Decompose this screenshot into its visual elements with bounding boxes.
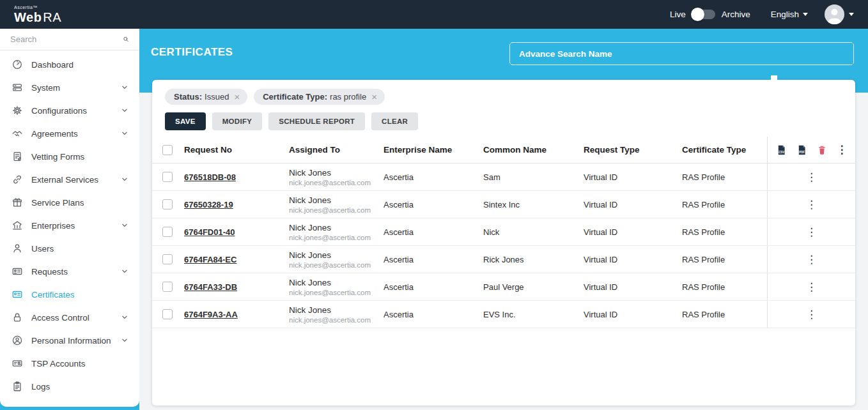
sidebar-item-icon — [12, 289, 23, 300]
request-no-link[interactable]: 67650328-19 — [184, 200, 233, 209]
sidebar-item-configurations[interactable]: Configurations — [0, 99, 139, 122]
header-checkbox-cell — [152, 145, 176, 155]
sidebar-item-service-plans[interactable]: Service Plans — [0, 191, 139, 214]
close-icon[interactable] — [371, 92, 377, 102]
brand-ascertia: Ascertia™ — [14, 5, 61, 10]
sidebar-item-label: Personal Information — [31, 336, 120, 345]
row-checkbox[interactable] — [162, 254, 173, 264]
common-name-cell: Nick — [476, 227, 576, 237]
table-row: 6764FA33-DB Nick Jones nick.jones@ascert… — [152, 273, 855, 301]
sidebar-item-system[interactable]: System — [0, 76, 139, 99]
filter-chips: Status: Issued Certificate Type: ras pro… — [152, 80, 855, 105]
export-pdf-icon[interactable]: PDF — [796, 144, 807, 156]
advance-search-input[interactable] — [509, 42, 854, 65]
user-menu[interactable] — [825, 4, 854, 24]
assigned-email: nick.jones@ascertia.com — [289, 289, 376, 296]
modify-button[interactable]: MODIFY — [212, 112, 263, 130]
sidebar-item-agreements[interactable]: Agreements — [0, 122, 139, 145]
request-no-link[interactable]: 6764FA33-DB — [184, 282, 237, 292]
language-label: English — [771, 10, 799, 19]
table-header: Request No Assigned To Enterprise Name C… — [152, 137, 855, 163]
sidebar-item-personal-information[interactable]: Personal Information — [0, 329, 139, 352]
request-type-cell: Virtual ID — [576, 227, 674, 237]
certificate-type-cell: RAS Profile — [674, 172, 767, 182]
save-button[interactable]: SAVE — [165, 112, 206, 130]
sidebar-item-requests[interactable]: Requests — [0, 260, 139, 283]
sidebar-item-icon — [12, 220, 23, 231]
row-checkbox[interactable] — [162, 282, 173, 292]
sidebar-menu: Dashboard System Configurations Agreemen… — [0, 50, 139, 398]
certificate-type-cell: RAS Profile — [674, 255, 767, 264]
row-checkbox[interactable] — [162, 199, 173, 209]
sidebar-item-certificates[interactable]: Certificates — [0, 283, 139, 306]
row-kebab-menu-icon[interactable] — [806, 308, 817, 321]
live-archive-toggle[interactable] — [692, 10, 715, 19]
filter-buttons: SAVE MODIFY SCHEDULE REPORT CLEAR — [152, 105, 855, 130]
export-csv-icon[interactable]: CSV — [776, 144, 787, 156]
filter-chip-status: Status: Issued — [165, 89, 247, 105]
common-name-cell: Paul Verge — [476, 282, 576, 292]
column-request-type: Request Type — [576, 145, 674, 155]
sidebar-item-external-services[interactable]: External Services — [0, 168, 139, 191]
chevron-down-icon — [120, 336, 129, 345]
svg-text:CSV: CSV — [779, 151, 784, 154]
sidebar-item-tsp-accounts[interactable]: TSP Accounts — [0, 352, 139, 375]
select-all-checkbox[interactable] — [162, 145, 173, 155]
chevron-down-icon — [120, 175, 129, 184]
table-row: 676518DB-08 Nick Jones nick.jones@ascert… — [152, 163, 855, 191]
assigned-to-cell: Nick Jones nick.jones@ascertia.com — [281, 305, 376, 324]
assigned-email: nick.jones@ascertia.com — [289, 179, 376, 186]
row-checkbox[interactable] — [162, 172, 173, 182]
sidebar-item-vetting-forms[interactable]: Vetting Forms — [0, 145, 139, 168]
schedule-report-button[interactable]: SCHEDULE REPORT — [268, 112, 365, 130]
user-icon — [825, 4, 844, 24]
row-checkbox-cell — [152, 254, 176, 264]
assigned-name: Nick Jones — [289, 305, 376, 315]
sidebar-item-enterprises[interactable]: Enterprises — [0, 214, 139, 237]
row-actions-cell — [767, 246, 855, 273]
language-dropdown[interactable]: English — [771, 10, 808, 19]
caret-down-icon — [803, 13, 808, 16]
request-no-link[interactable]: 676518DB-08 — [184, 172, 236, 182]
row-checkbox[interactable] — [162, 309, 173, 319]
sidebar-item-users[interactable]: Users — [0, 237, 139, 260]
request-type-cell: Virtual ID — [576, 200, 674, 209]
sidebar-item-icon — [12, 266, 23, 277]
chevron-down-icon — [120, 106, 129, 115]
row-actions-cell — [767, 301, 855, 328]
sidebar-item-logs[interactable]: Logs — [0, 375, 139, 398]
delete-icon[interactable] — [817, 144, 827, 156]
sidebar-item-dashboard[interactable]: Dashboard — [0, 53, 139, 76]
row-checkbox-cell — [152, 199, 176, 209]
search-input[interactable] — [10, 34, 123, 44]
sidebar-item-icon — [12, 197, 23, 208]
row-kebab-menu-icon[interactable] — [806, 198, 817, 211]
chevron-down-icon — [120, 221, 129, 230]
sidebar-item-access-control[interactable]: Access Control — [0, 306, 139, 329]
certificates-table: Request No Assigned To Enterprise Name C… — [152, 137, 855, 328]
clear-button[interactable]: CLEAR — [371, 112, 418, 130]
chip-value: ras profile — [330, 92, 366, 102]
close-icon[interactable] — [234, 92, 240, 102]
assigned-to-cell: Nick Jones nick.jones@ascertia.com — [281, 250, 376, 269]
avatar — [825, 4, 844, 24]
assigned-email: nick.jones@ascertia.com — [289, 261, 376, 269]
sidebar-item-label: External Services — [31, 175, 120, 185]
request-no-link[interactable]: 6764FA84-EC — [184, 255, 236, 264]
table-row: 6764F9A3-AA Nick Jones nick.jones@ascert… — [152, 301, 855, 328]
request-no-link[interactable]: 6764FD01-40 — [184, 227, 235, 237]
enterprise-name-cell: Ascertia — [376, 172, 476, 182]
page-title: CERTIFICATES — [151, 46, 233, 59]
row-checkbox[interactable] — [162, 227, 173, 237]
chevron-down-icon — [120, 129, 129, 138]
request-no-link[interactable]: 6764F9A3-AA — [184, 310, 238, 319]
row-kebab-menu-icon[interactable] — [806, 253, 817, 266]
row-kebab-menu-icon[interactable] — [806, 171, 817, 184]
table-kebab-menu-icon[interactable] — [837, 143, 848, 156]
request-type-cell: Virtual ID — [576, 255, 674, 264]
sidebar-item-label: Users — [31, 244, 120, 254]
row-kebab-menu-icon[interactable] — [806, 280, 817, 294]
row-kebab-menu-icon[interactable] — [806, 225, 817, 239]
sidebar-item-icon — [12, 59, 23, 70]
assigned-name: Nick Jones — [289, 250, 376, 260]
